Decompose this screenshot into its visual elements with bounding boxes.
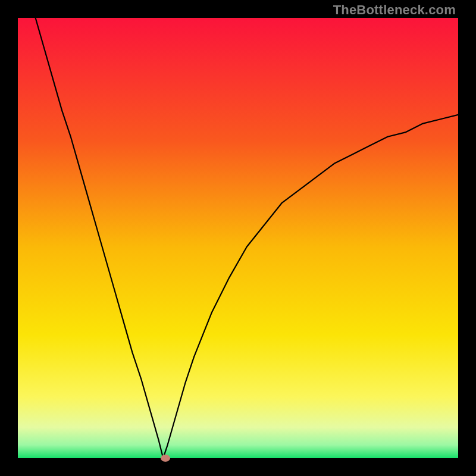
optimum-marker xyxy=(161,455,170,462)
chart-frame xyxy=(18,18,458,458)
bottleneck-curve xyxy=(18,18,458,458)
watermark-text: TheBottleneck.com xyxy=(333,2,456,18)
